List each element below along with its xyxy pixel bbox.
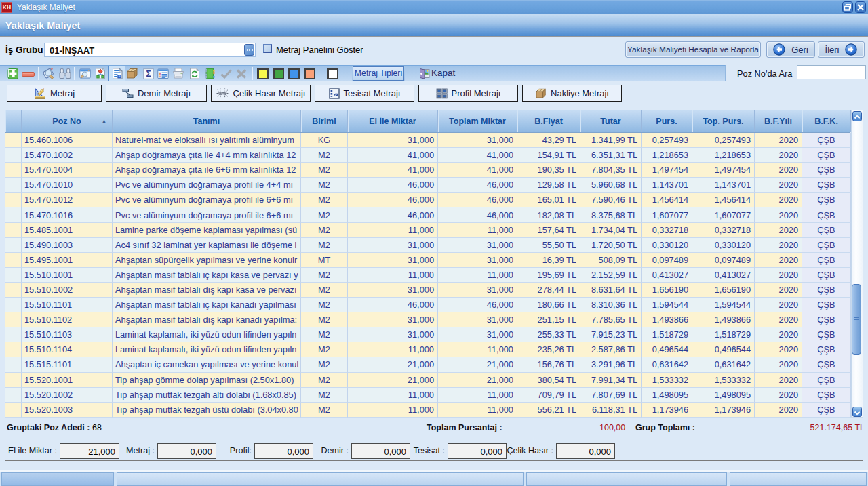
svg-text:!: ! bbox=[159, 72, 161, 79]
svg-text:Σ: Σ bbox=[146, 69, 151, 79]
